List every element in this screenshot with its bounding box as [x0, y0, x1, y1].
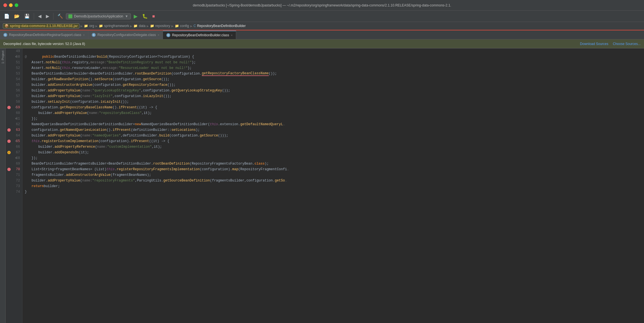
var-fragbuilder-72: fragmentsBuilder: [212, 179, 244, 183]
method-ifpresent-59: ifPresent: [119, 106, 137, 109]
line-num-64: 64: [6, 133, 22, 138]
eq-53: =: [88, 72, 90, 76]
run-button[interactable]: ▶: [132, 12, 139, 21]
code-line-59: configuration . getRepositoryBaseClassNa…: [23, 105, 644, 110]
open-button[interactable]: 📂: [12, 12, 21, 20]
dot-53b: .: [200, 72, 202, 76]
hint-msg-51: message:: [90, 60, 107, 64]
tab-registrar-support[interactable]: C RepositoryBeanDefinitionRegistrarSuppo…: [0, 31, 88, 39]
var-config-57: configuration: [115, 94, 141, 98]
fold-icon-65[interactable]: ▼: [15, 140, 17, 143]
window-controls[interactable]: [3, 3, 18, 7]
dot-60: .: [52, 111, 54, 115]
breadcrumb-jar[interactable]: 📦 spring-data-commons-2.1.10.RELEASE.jar: [3, 23, 79, 28]
var-fragbuilder: fragmentsBuilder: [74, 162, 106, 166]
code-line-66: builder . addPropertyReference ( name: "…: [23, 144, 644, 150]
tab-close-3[interactable]: ×: [231, 33, 232, 37]
args-70b: (: [238, 167, 240, 171]
fold-icon-50[interactable]: ▼: [15, 55, 17, 59]
breadcrumb-data[interactable]: 📁 data: [133, 24, 145, 28]
line-num-61: ▼ 61: [6, 116, 22, 122]
var-resourceloader: resourceLoader: [72, 66, 100, 70]
tab-bean-def-builder[interactable]: C RepositoryBeanDefinitionBuilder.class …: [163, 31, 236, 39]
breadcrumb-org[interactable]: 📁 org: [84, 24, 94, 28]
decompiled-status: Decompiled .class file, bytecode version…: [3, 42, 85, 46]
tab-label-1: RepositoryBeanDefinitionRegistrarSupport…: [9, 33, 81, 37]
comma-64: ,: [121, 134, 123, 138]
type-bdb-53: BeanDefinitionBuilder: [32, 72, 74, 76]
method-getsourcebeandef: getSourceBeanDefinition: [163, 179, 210, 183]
var-registry: registry: [72, 60, 88, 64]
args-55: (: [92, 83, 94, 87]
fold-icon-59[interactable]: ▼: [15, 106, 17, 109]
close-button[interactable]: [3, 3, 7, 7]
save-button[interactable]: 💾: [23, 12, 32, 20]
var-builder-58: builder: [32, 100, 46, 104]
args-65b: ((: [149, 139, 153, 143]
breakpoint-70[interactable]: [7, 168, 11, 171]
breadcrumb-sep-5: ▶: [171, 24, 174, 28]
dot-72: .: [46, 179, 48, 183]
close-brace-74: }: [25, 190, 27, 194]
line-num-73: 73: [6, 183, 22, 189]
close-69: );: [265, 162, 269, 166]
stop-button[interactable]: ■: [151, 13, 157, 20]
code-editor[interactable]: 49 ▼ 50 51 52 53 54 55 56 57: [6, 48, 644, 323]
code-line-51: Assert . notNull ( this . registry , mes…: [23, 60, 644, 65]
breadcrumb-class[interactable]: C RepositoryBeanDefinitionBuilder: [194, 24, 246, 28]
close-56: ());: [222, 89, 230, 93]
breakpoint-65[interactable]: [7, 140, 11, 143]
breakpoint-63[interactable]: [7, 128, 11, 132]
debug-button[interactable]: 🐛: [140, 12, 149, 20]
fold-icon-61[interactable]: ▼: [15, 117, 17, 120]
download-sources-link[interactable]: Download Sources: [580, 42, 609, 46]
tab-close-1[interactable]: ×: [83, 33, 85, 37]
dot-58b: .: [99, 100, 100, 104]
chain-54b: ().: [88, 77, 95, 81]
args-60: (: [87, 111, 89, 115]
args-62: (: [208, 122, 210, 126]
maximize-button[interactable]: [15, 3, 18, 7]
var-defbuilder: definitionBuilder: [99, 122, 133, 126]
method-addpropval-72: addPropertyValue: [48, 179, 80, 183]
breadcrumb-config[interactable]: 📁 config: [175, 24, 189, 28]
build-button[interactable]: 🔨: [56, 12, 65, 20]
this-52: this: [62, 66, 70, 70]
breakpoint-59[interactable]: [7, 106, 11, 109]
args-70: (: [200, 167, 202, 171]
new-file-button[interactable]: 📄: [2, 12, 11, 20]
dot-69: .: [151, 162, 153, 166]
project-sidebar[interactable]: 1: Project: [0, 48, 6, 323]
fold-icon-68[interactable]: ▼: [15, 157, 17, 160]
args-54: (: [113, 77, 115, 81]
var-config-63: configuration: [32, 128, 58, 132]
comma-56: ,: [141, 89, 143, 93]
dot-72c: .: [273, 179, 275, 183]
line-num-62: 62: [6, 122, 22, 127]
choose-sources-link[interactable]: Choose Sources...: [613, 42, 641, 46]
breadcrumb-springframework[interactable]: 📁 springframework: [99, 24, 129, 28]
toolbar-divider-2: [53, 13, 53, 20]
breadcrumb-repository[interactable]: 📁 repository: [150, 24, 170, 28]
kw-class-69: class: [254, 162, 265, 166]
tab-config-delegate[interactable]: C RepositoryConfigurationDelegate.class …: [88, 31, 163, 39]
method-ifpresent-65: ifPresent: [131, 139, 149, 143]
minimize-button[interactable]: [9, 3, 13, 7]
tab-close-2[interactable]: ×: [158, 33, 159, 37]
close-63: );: [196, 128, 200, 132]
var-fragmentnames: fragmentBeanNames: [56, 167, 90, 171]
args-64b: (: [169, 134, 171, 138]
line-num-51: 51: [6, 60, 22, 65]
args-53: (: [171, 72, 173, 76]
var-fragbuilder-71: fragmentsBuilder: [32, 173, 64, 177]
var-fragmentnames-71: fragmentBeanNames: [113, 173, 147, 177]
paren-open: (: [107, 55, 109, 59]
close-66: );: [158, 145, 162, 149]
line-num-72: 72: [6, 178, 22, 183]
generic-70b: >: [54, 167, 56, 171]
forward-button[interactable]: ▶: [44, 12, 51, 20]
breadcrumb-sep-6: ▶: [190, 24, 193, 28]
code-line-63: configuration . getNamedQueriesLocation …: [23, 127, 644, 133]
app-selector[interactable]: DemodbJpastarbucksApplication ▼: [66, 13, 131, 19]
back-button[interactable]: ◀: [36, 12, 43, 20]
